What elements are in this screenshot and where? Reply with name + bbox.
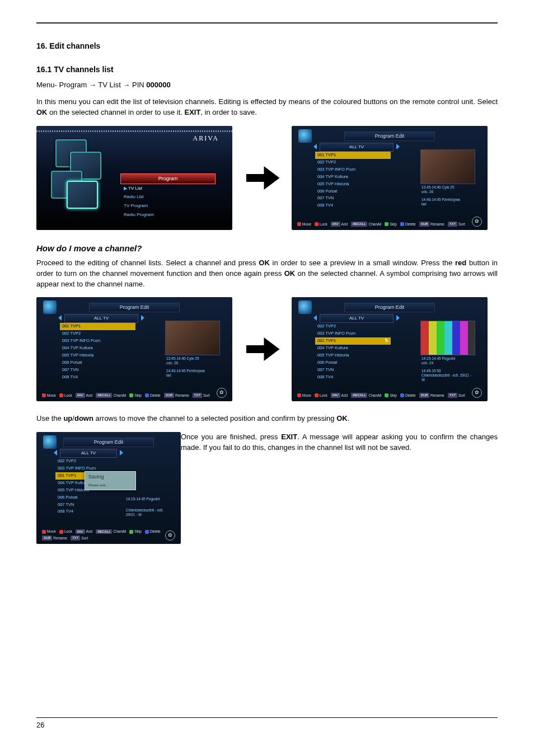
move-icon: ⇅ [385, 338, 388, 344]
epg-next: 14:40-14:45 Pzretrzywalad [421, 198, 475, 206]
screenshot-row-1: ARIVA Program TV List Radio List TV Prog… [36, 126, 498, 230]
menu-item: TV Program [120, 201, 216, 210]
screenshot-row-3: Program Edit ALL TV 002 TVP2 003 TVP INF… [36, 432, 498, 544]
channel-list: 001 TVP1 002 TVP2 003 TVP INFO Pozn 004 … [315, 152, 391, 209]
saving-wait: Please wait... [88, 483, 132, 488]
channel-row: 007 TVN [315, 195, 391, 202]
channel-row: 001 TVP1 [315, 152, 391, 159]
globe-icon [298, 300, 312, 314]
move-paragraph: Proceed to the editing of channel lists.… [36, 258, 498, 290]
screenshot-program-edit-2: Program Edit ALL TV 001 TVP1 002 TVP2 00… [36, 297, 232, 401]
channel-row-moving: 001 TVP1⇅ [315, 337, 391, 345]
screenshot-row-2: Program Edit ALL TV 001 TVP1 002 TVP2 00… [36, 297, 498, 401]
legend-bar: Move Lock FAVAdd RECALLChanAll Skip Dele… [297, 222, 482, 227]
menu-item: Radio List [120, 192, 216, 201]
channel-row: 006 Polsat [315, 188, 391, 195]
channel-row: 004 TVP Kultura [315, 173, 391, 181]
channel-row: 001 TVP1 [60, 323, 135, 330]
channel-row: 008 TV4 [315, 202, 391, 209]
channel-row: 003 TVP INFO Pozn [315, 166, 391, 173]
section-title: 16. Edit channels [36, 40, 498, 51]
breadcrumb-pin: 000000 [146, 81, 170, 89]
intro-paragraph: In this menu you can edit the list of te… [36, 97, 498, 118]
brand-logo: ARIVA [193, 134, 219, 143]
screenshot-program-edit-1: Program Edit ALL TV 001 TVP1 002 TVP2 00… [292, 126, 488, 230]
subsection-title: 16.1 TV channels list [36, 64, 498, 75]
screenshot-main-menu: ARIVA Program TV List Radio List TV Prog… [36, 126, 232, 230]
program-edit-title: Program Edit [344, 132, 435, 141]
preview-window [420, 321, 475, 355]
channel-row: 005 TVP Historia [315, 181, 391, 188]
how-to-heading: How do I move a channel? [36, 242, 498, 255]
header-rule [36, 22, 498, 24]
preview-window [420, 149, 475, 184]
breadcrumb-path: Menu- Program → TV List → PIN [36, 81, 146, 89]
screenshot-program-edit-3: Program Edit ALL TV 002 TVP2 003 TVP INF… [292, 297, 488, 401]
menu-title: Program [120, 173, 216, 184]
globe-icon [43, 300, 57, 314]
screenshot-saving: Program Edit ALL TV 002 TVP2 003 TVP INF… [36, 432, 181, 544]
channel-row: 002 TVP2 [315, 159, 391, 166]
breadcrumb: Menu- Program → TV List → PIN 000000 [36, 80, 498, 91]
menu-item: TV List [120, 184, 216, 193]
preview-window [165, 321, 220, 355]
chevron-right-icon [396, 144, 400, 149]
page-number: 26 [36, 717, 498, 731]
arrow-right-icon [242, 330, 282, 369]
saving-popup: Saving Please wait... [85, 471, 136, 490]
globe-icon [298, 129, 312, 143]
globe-icon [43, 435, 57, 449]
saving-title: Saving [88, 473, 132, 481]
epg-now: 13:45-14:40 Cyle 25odc. 26 [421, 185, 475, 194]
menu-item: Radio Program [120, 210, 216, 219]
chevron-left-icon [313, 144, 317, 149]
arrow-right-icon [242, 158, 282, 198]
sat-icon: ✿ [472, 217, 482, 227]
category-selector: ALL TV [320, 143, 394, 152]
use-arrows-paragraph: Use the up/down arrows to move the chann… [36, 414, 498, 424]
